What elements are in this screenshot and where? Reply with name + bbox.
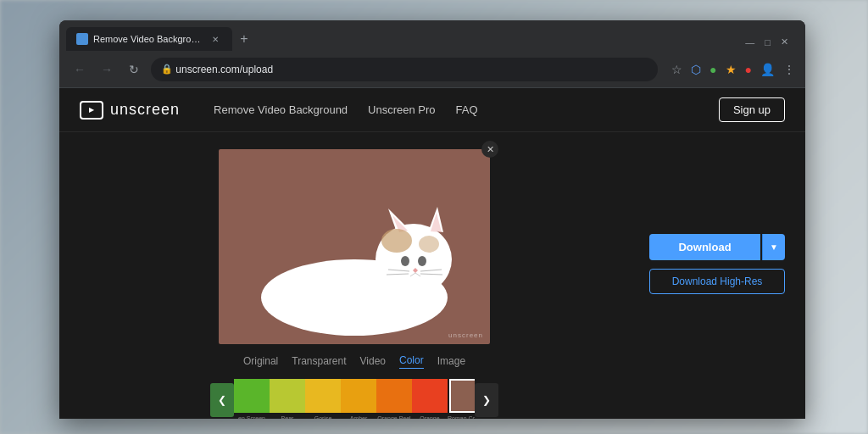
tab-title: Remove Video Background – Un... — [93, 34, 203, 44]
swatch-item[interactable]: Gorise — [305, 379, 341, 419]
download-button[interactable]: Download — [649, 234, 760, 260]
svg-point-16 — [419, 236, 439, 253]
nav-remove-bg[interactable]: Remove Video Background — [214, 103, 348, 116]
swatch-item[interactable]: Amber — [341, 379, 376, 419]
right-panel: Download ▼ Download High-Res — [649, 149, 785, 402]
svg-point-20 — [312, 318, 326, 326]
extension-icon-1[interactable]: ⬡ — [691, 63, 701, 76]
site-navigation: unscreen Remove Video Background Unscree… — [59, 88, 805, 132]
swatch-color[interactable] — [305, 379, 341, 413]
svg-point-21 — [327, 318, 341, 326]
tab-image[interactable]: Image — [437, 355, 465, 369]
svg-point-6 — [401, 256, 409, 266]
tab-color[interactable]: Color — [399, 354, 424, 369]
extension-icon-4[interactable]: ● — [745, 63, 752, 76]
back-button[interactable]: ← — [70, 59, 90, 80]
tab-transparent[interactable]: Transparent — [292, 355, 346, 369]
tab-original[interactable]: Original — [243, 355, 278, 369]
swatch-color[interactable] — [234, 379, 270, 413]
cat-image — [219, 149, 490, 344]
download-hires-button[interactable]: Download High-Res — [649, 269, 785, 294]
bookmark-star-icon[interactable]: ☆ — [671, 63, 682, 76]
main-area: unscreen ✕ Original Transparent Video Co… — [59, 132, 805, 419]
forward-button[interactable]: → — [97, 59, 117, 80]
extension-icon-3[interactable]: ★ — [726, 63, 737, 76]
swatches-container: en ScreenPearGoriseAmberOrange PeelOrang… — [234, 379, 475, 419]
nav-pro[interactable]: Unscreen Pro — [368, 103, 435, 116]
tab-favicon — [76, 33, 88, 45]
address-input[interactable]: 🔒 unscreen.com/upload — [151, 58, 658, 81]
download-dropdown-button[interactable]: ▼ — [762, 234, 785, 260]
color-swatches-row: ❮ en ScreenPearGoriseAmberOrange PeelOra… — [210, 379, 498, 419]
video-watermark: unscreen — [448, 331, 483, 339]
svg-point-18 — [335, 310, 382, 327]
swatch-item[interactable]: en Screen — [234, 379, 270, 419]
page-content: unscreen Remove Video Background Unscree… — [59, 88, 805, 419]
sign-up-button[interactable]: Sign up — [719, 97, 785, 122]
swatches-prev-button[interactable]: ❮ — [210, 383, 234, 417]
menu-icon[interactable]: ⋮ — [783, 63, 795, 76]
swatch-item[interactable]: Orange Peel — [376, 379, 412, 419]
preview-tabs: Original Transparent Video Color Image — [243, 354, 465, 369]
video-preview: unscreen — [219, 149, 490, 344]
swatch-label: en Screen — [238, 415, 265, 419]
close-preview-button[interactable]: ✕ — [481, 141, 498, 158]
swatch-label: Roman Coffee — [448, 415, 475, 419]
lock-icon: 🔒 — [161, 64, 173, 75]
svg-point-19 — [297, 315, 310, 324]
swatch-color[interactable] — [270, 379, 305, 413]
swatch-item[interactable]: Pear — [270, 379, 305, 419]
swatches-next-button[interactable]: ❯ — [475, 383, 498, 417]
logo-icon — [80, 101, 103, 120]
address-text: unscreen.com/upload — [175, 64, 273, 75]
swatch-label: Orange Peel — [377, 415, 410, 419]
tab-close-button[interactable]: ✕ — [209, 32, 222, 46]
new-tab-button[interactable]: + — [234, 29, 254, 49]
swatch-color[interactable] — [449, 379, 476, 413]
maximize-button[interactable]: □ — [765, 37, 771, 47]
swatch-label: Orange — [420, 415, 439, 419]
swatch-label: Pear — [281, 415, 294, 419]
logo-text: unscreen — [110, 101, 180, 119]
svg-point-15 — [381, 229, 412, 253]
video-wrapper: unscreen ✕ — [219, 149, 490, 344]
swatch-label: Gorise — [314, 415, 332, 419]
active-tab[interactable]: Remove Video Background – Un... ✕ — [66, 27, 232, 51]
swatch-item[interactable]: Roman Coffee — [448, 379, 475, 419]
window-controls: — □ ✕ — [745, 36, 798, 51]
minimize-button[interactable]: — — [745, 37, 754, 47]
nav-links: Remove Video Background Unscreen Pro FAQ — [214, 103, 478, 116]
swatch-label: Amber — [350, 415, 368, 419]
address-bar: ← → ↻ 🔒 unscreen.com/upload ☆ ⬡ ● ★ ● 👤 … — [59, 51, 805, 88]
tab-video[interactable]: Video — [360, 355, 386, 369]
tab-bar: Remove Video Background – Un... ✕ + — □ … — [59, 20, 805, 51]
profile-icon[interactable]: 👤 — [760, 63, 775, 76]
swatch-color[interactable] — [376, 379, 412, 413]
swatch-color[interactable] — [412, 379, 448, 413]
svg-point-7 — [418, 256, 426, 266]
logo-area: unscreen — [80, 101, 180, 120]
swatch-color[interactable] — [341, 379, 376, 413]
nav-faq[interactable]: FAQ — [456, 103, 478, 116]
refresh-button[interactable]: ↻ — [124, 59, 144, 80]
download-button-group: Download ▼ — [649, 234, 785, 260]
browser-window: Remove Video Background – Un... ✕ + — □ … — [59, 20, 805, 419]
extension-icon-2[interactable]: ● — [709, 63, 716, 76]
swatch-item[interactable]: Orange — [412, 379, 448, 419]
preview-area: unscreen ✕ Original Transparent Video Co… — [80, 149, 629, 402]
address-bar-icons: ☆ ⬡ ● ★ ● 👤 ⋮ — [671, 63, 795, 76]
close-window-button[interactable]: ✕ — [781, 36, 788, 47]
